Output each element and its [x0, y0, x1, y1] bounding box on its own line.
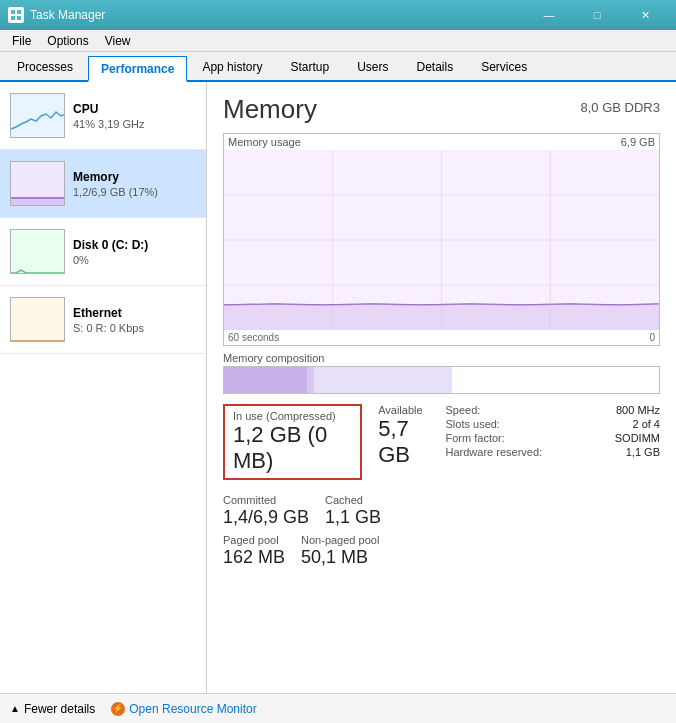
maximize-button[interactable]: □ [574, 5, 620, 25]
memory-info: Memory 1,2/6,9 GB (17%) [73, 170, 196, 198]
menu-options[interactable]: Options [39, 32, 96, 50]
content-panel: Memory 8,0 GB DDR3 Memory usage 6,9 GB [207, 82, 676, 693]
cpu-mini-graph [10, 93, 65, 138]
sidebar: CPU 41% 3,19 GHz Memory 1,2/6,9 GB (17%) [0, 82, 207, 693]
speed-label: Speed: [446, 404, 481, 416]
tab-services[interactable]: Services [468, 54, 540, 80]
window-title: Task Manager [30, 8, 105, 22]
pagedpool-block: Paged pool 162 MB [223, 534, 285, 568]
composition-label: Memory composition [223, 352, 660, 364]
titlebar-left: Task Manager [8, 7, 105, 23]
disk-info: Disk 0 (C: D:) 0% [73, 238, 196, 266]
svg-rect-0 [11, 10, 15, 14]
sidebar-item-memory[interactable]: Memory 1,2/6,9 GB (17%) [0, 150, 206, 218]
nonpagedpool-value: 50,1 MB [301, 547, 379, 568]
chart-header: Memory usage 6,9 GB [224, 134, 659, 150]
bottombar: ▲ Fewer details ⚡ Open Resource Monitor [0, 693, 676, 723]
slots-value: 2 of 4 [632, 418, 660, 430]
inuse-block: In use (Compressed) 1,2 GB (0 MB) [223, 404, 362, 486]
cpu-label: CPU [73, 102, 196, 116]
chart-time-label: 60 seconds [228, 332, 279, 343]
slots-label: Slots used: [446, 418, 500, 430]
tab-users[interactable]: Users [344, 54, 401, 80]
hwreserved-label: Hardware reserved: [446, 446, 543, 458]
inuse-label: In use (Compressed) [233, 410, 352, 422]
minimize-button[interactable]: — [526, 5, 572, 25]
svg-rect-1 [17, 10, 21, 14]
stats-left: In use (Compressed) 1,2 GB (0 MB) Availa… [223, 404, 438, 568]
chart-usage-label: Memory usage [228, 136, 301, 148]
open-monitor-link[interactable]: ⚡ Open Resource Monitor [111, 702, 256, 716]
page-title: Memory [223, 94, 317, 125]
nonpagedpool-label: Non-paged pool [301, 534, 379, 546]
sidebar-item-ethernet[interactable]: Ethernet S: 0 R: 0 Kbps [0, 286, 206, 354]
comp-inuse [224, 367, 307, 393]
tab-details[interactable]: Details [403, 54, 466, 80]
stats-right: Speed: 800 MHz Slots used: 2 of 4 Form f… [446, 404, 661, 568]
available-block: Available 5,7 GB [378, 404, 437, 486]
nonpagedpool-block: Non-paged pool 50,1 MB [301, 534, 379, 568]
titlebar: Task Manager — □ ✕ [0, 0, 676, 30]
comp-free [452, 367, 659, 393]
speed-row: Speed: 800 MHz [446, 404, 661, 416]
content-header: Memory 8,0 GB DDR3 [223, 94, 660, 125]
tab-startup[interactable]: Startup [277, 54, 342, 80]
slots-row: Slots used: 2 of 4 [446, 418, 661, 430]
disk-label: Disk 0 (C: D:) [73, 238, 196, 252]
ethernet-info: Ethernet S: 0 R: 0 Kbps [73, 306, 196, 334]
cached-label: Cached [325, 494, 381, 506]
fewer-details-button[interactable]: ▲ Fewer details [10, 702, 95, 716]
comp-standby [314, 367, 452, 393]
committed-block: Committed 1,4/6,9 GB [223, 494, 309, 528]
tab-apphistory[interactable]: App history [189, 54, 275, 80]
memory-mini-graph [10, 161, 65, 206]
memory-label: Memory [73, 170, 196, 184]
tab-processes[interactable]: Processes [4, 54, 86, 80]
window-controls: — □ ✕ [526, 5, 668, 25]
close-button[interactable]: ✕ [622, 5, 668, 25]
menubar: File Options View [0, 30, 676, 52]
hwreserved-value: 1,1 GB [626, 446, 660, 458]
committed-label: Committed [223, 494, 309, 506]
svg-rect-3 [17, 16, 21, 20]
svg-rect-2 [11, 16, 15, 20]
svg-rect-4 [11, 198, 65, 206]
comp-modified [307, 367, 314, 393]
inuse-box: In use (Compressed) 1,2 GB (0 MB) [223, 404, 362, 480]
composition-bar [223, 366, 660, 394]
formfactor-value: SODIMM [615, 432, 660, 444]
open-monitor-label: Open Resource Monitor [129, 702, 256, 716]
menu-file[interactable]: File [4, 32, 39, 50]
app-icon [8, 7, 24, 23]
committed-value: 1,4/6,9 GB [223, 507, 309, 528]
chart-max-label: 6,9 GB [621, 136, 655, 148]
memory-chart-container: Memory usage 6,9 GB [223, 133, 660, 346]
tabbar: Processes Performance App history Startu… [0, 52, 676, 82]
chart-footer: 60 seconds 0 [224, 330, 659, 345]
memory-spec: 8,0 GB DDR3 [581, 100, 660, 115]
pagedpool-value: 162 MB [223, 547, 285, 568]
disk-stats: 0% [73, 254, 196, 266]
stats-grid: In use (Compressed) 1,2 GB (0 MB) Availa… [223, 404, 660, 568]
disk-mini-graph [10, 229, 65, 274]
sidebar-item-disk[interactable]: Disk 0 (C: D:) 0% [0, 218, 206, 286]
chart-zero-label: 0 [649, 332, 655, 343]
memory-stats: 1,2/6,9 GB (17%) [73, 186, 196, 198]
hwreserved-row: Hardware reserved: 1,1 GB [446, 446, 661, 458]
chevron-up-icon: ▲ [10, 703, 20, 714]
formfactor-label: Form factor: [446, 432, 505, 444]
available-label: Available [378, 404, 437, 416]
tab-performance[interactable]: Performance [88, 56, 187, 82]
formfactor-row: Form factor: SODIMM [446, 432, 661, 444]
available-value: 5,7 GB [378, 416, 437, 468]
svg-marker-12 [224, 304, 659, 330]
ethernet-stats: S: 0 R: 0 Kbps [73, 322, 196, 334]
cached-block: Cached 1,1 GB [325, 494, 381, 528]
menu-view[interactable]: View [97, 32, 139, 50]
cached-value: 1,1 GB [325, 507, 381, 528]
inuse-value: 1,2 GB (0 MB) [233, 422, 352, 474]
ethernet-mini-graph [10, 297, 65, 342]
cpu-info: CPU 41% 3,19 GHz [73, 102, 196, 130]
pagedpool-label: Paged pool [223, 534, 285, 546]
sidebar-item-cpu[interactable]: CPU 41% 3,19 GHz [0, 82, 206, 150]
